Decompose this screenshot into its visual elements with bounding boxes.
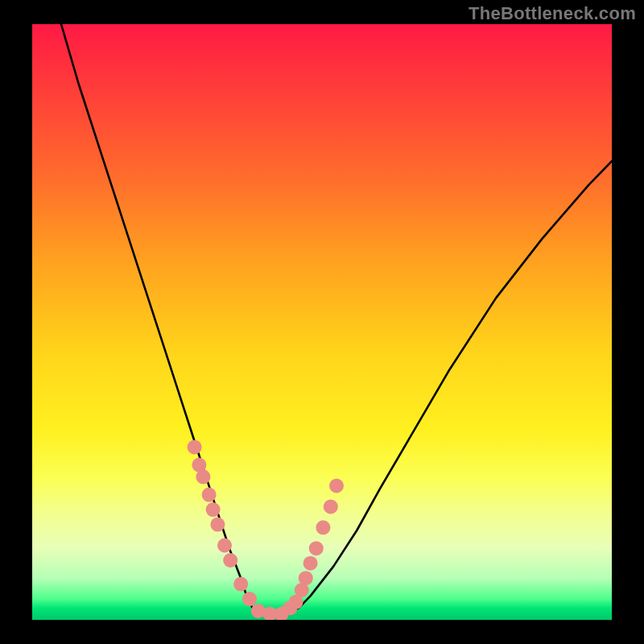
scatter-point: [233, 577, 248, 592]
scatter-point: [316, 520, 330, 535]
watermark-text: TheBottleneck.com: [469, 3, 636, 24]
scatter-point: [324, 499, 338, 514]
scatter-point: [309, 541, 324, 555]
scatter-point: [329, 479, 344, 493]
plot-area: [32, 24, 612, 620]
chart-frame: TheBottleneck.com: [0, 0, 644, 644]
bottleneck-curve: [61, 24, 612, 614]
scatter-point: [303, 556, 318, 571]
scatter-point: [210, 518, 225, 532]
scatter-point: [196, 469, 210, 484]
scatter-point: [202, 488, 217, 502]
scatter-point: [223, 553, 237, 568]
scatter-point: [299, 571, 313, 585]
scatter-markers: [188, 440, 344, 620]
scatter-point: [206, 502, 221, 517]
curve-svg: [32, 24, 612, 620]
scatter-point: [188, 440, 202, 454]
scatter-point: [242, 592, 257, 606]
scatter-point: [217, 539, 232, 553]
